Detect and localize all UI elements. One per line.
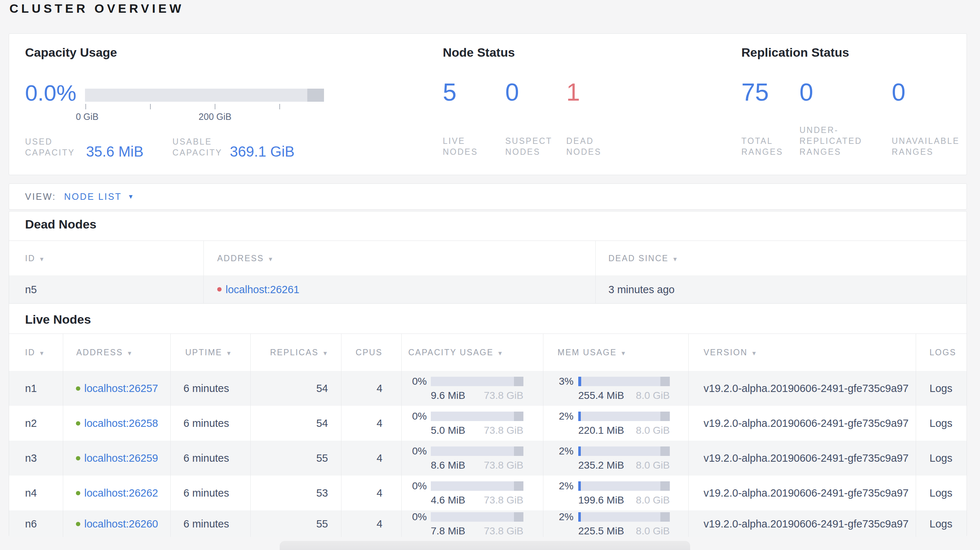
column-label: VERSION: [703, 348, 748, 357]
usage-bar-fill: [578, 377, 581, 386]
live-col-cpus: CPUS: [341, 348, 382, 358]
usage-values: 7.8 MiB73.8 GiB: [431, 525, 523, 537]
node-address-link[interactable]: localhost:26261: [226, 283, 299, 295]
node-version: v19.2.0-alpha.20190606-2491-gfe735c9a97: [703, 518, 908, 530]
live-col-uptime[interactable]: UPTIME▼: [185, 348, 232, 358]
column-label: MEM USAGE: [558, 348, 617, 357]
node-id: n3: [25, 452, 37, 464]
column-label: ADDRESS: [76, 348, 123, 357]
usage-values: 4.6 MiB73.8 GiB: [431, 494, 523, 506]
node-address-link[interactable]: localhost:26259: [84, 452, 158, 464]
replication-status-title: Replication Status: [741, 45, 849, 60]
node-cpus: 4: [341, 417, 382, 429]
capacity-usage-cell: 0%9.6 MiB73.8 GiB: [401, 377, 539, 400]
used-capacity-stat: USED CAPACITY 35.6 MiB: [25, 136, 143, 158]
under-replicated-ranges-count: 0: [799, 79, 813, 104]
usage-used-value: 5.0 MiB: [431, 424, 465, 436]
sort-triangle-icon: ▼: [322, 350, 328, 356]
column-divider: [170, 334, 171, 537]
total-ranges-label: TOTAL RANGES: [741, 135, 796, 157]
node-replicas: 55: [250, 518, 328, 530]
sort-triangle-icon: ▼: [226, 350, 232, 356]
usage-used-value: 8.6 MiB: [431, 459, 465, 471]
dead-col-dead-since[interactable]: DEAD SINCE▼: [608, 253, 678, 263]
node-replicas: 54: [250, 383, 328, 394]
node-replicas: 53: [250, 487, 328, 499]
node-logs-link[interactable]: Logs: [929, 452, 952, 464]
column-label: ID: [25, 253, 35, 263]
dead-since-value: 3 minutes ago: [608, 283, 675, 295]
column-label: UPTIME: [185, 348, 222, 357]
usage-used-value: 7.8 MiB: [431, 525, 465, 537]
chevron-down-icon[interactable]: ▼: [127, 193, 134, 200]
usage-percent-label: 2%: [543, 410, 574, 422]
live-col-version[interactable]: VERSION▼: [703, 348, 757, 358]
live-col-replicas[interactable]: REPLICAS▼: [250, 348, 328, 358]
live-nodes-rows: n1localhost:262576 minutes5440%9.6 MiB73…: [9, 371, 967, 537]
node-address-link[interactable]: localhost:26257: [84, 383, 158, 394]
live-col-id[interactable]: ID▼: [25, 348, 45, 358]
usage-values: 199.6 MiB8.0 GiB: [578, 494, 670, 506]
usage-bar: [578, 412, 670, 421]
capacity-usage-bar: [85, 89, 324, 102]
sort-triangle-icon: ▼: [268, 256, 274, 262]
node-logs-link[interactable]: Logs: [929, 383, 952, 394]
dead-nodes-table-header: ID▼ ADDRESS▼ DEAD SINCE▼: [9, 241, 967, 275]
node-cpus: 4: [341, 383, 382, 394]
node-id: n5: [25, 283, 37, 295]
column-label: DEAD SINCE: [608, 253, 669, 263]
unavailable-ranges-count: 0: [892, 79, 905, 104]
scroll-shadow: [280, 541, 690, 550]
capacity-usage-cell: 0%8.6 MiB73.8 GiB: [401, 447, 539, 470]
live-col-mem-usage[interactable]: MEM USAGE▼: [558, 348, 626, 358]
usage-bar-fill: [578, 447, 581, 456]
capacity-bar-axis: 0 GiB 200 GiB: [85, 104, 324, 124]
usable-capacity-label: USABLE CAPACITY: [173, 136, 227, 158]
live-col-capacity-usage[interactable]: CAPACITY USAGE▼: [408, 348, 503, 358]
cluster-summary-card: Capacity Usage 0.0% 0 GiB 200 GiB USED C…: [9, 33, 967, 175]
page-title: CLUSTER OVERVIEW: [10, 2, 184, 16]
live-node-row: n3localhost:262596 minutes5540%8.6 MiB73…: [9, 441, 967, 475]
dead-nodes-heading: Dead Nodes: [25, 217, 97, 231]
live-col-address[interactable]: ADDRESS▼: [76, 348, 132, 358]
node-address-link[interactable]: localhost:26262: [84, 487, 158, 499]
view-selector[interactable]: VIEW: NODE LIST ▼: [25, 184, 134, 209]
node-logs-link[interactable]: Logs: [929, 487, 952, 499]
usage-values: 225.5 MiB8.0 GiB: [578, 525, 670, 537]
suspect-nodes-count: 0: [505, 79, 519, 104]
sort-triangle-icon: ▼: [751, 350, 757, 356]
axis-tick: [150, 104, 151, 109]
node-address-link[interactable]: localhost:26258: [84, 417, 158, 429]
node-uptime: 6 minutes: [183, 417, 229, 429]
under-replicated-ranges-label: UNDER-REPLICATED RANGES: [799, 125, 876, 157]
usage-bar-reserved-segment: [660, 512, 670, 522]
node-address-link[interactable]: localhost:26260: [84, 518, 158, 530]
usage-total-value: 73.8 GiB: [484, 390, 523, 401]
capacity-usage-cell: 0%5.0 MiB73.8 GiB: [401, 412, 539, 435]
node-uptime: 6 minutes: [183, 487, 229, 499]
dead-col-address[interactable]: ADDRESS▼: [217, 253, 274, 263]
axis-tick-label: 0 GiB: [76, 111, 99, 122]
usage-bar: [578, 447, 670, 456]
dead-nodes-table: ID▼ ADDRESS▼ DEAD SINCE▼ n5 localhost:26…: [9, 240, 967, 304]
dead-col-id[interactable]: ID▼: [25, 253, 45, 263]
usage-values: 9.6 MiB73.8 GiB: [431, 390, 523, 401]
column-label: CAPACITY USAGE: [408, 348, 494, 357]
column-label: LOGS: [929, 348, 956, 357]
node-cpus: 4: [341, 452, 382, 464]
usage-bar: [578, 481, 670, 491]
live-col-logs: LOGS: [929, 348, 956, 358]
node-id: n6: [25, 518, 37, 530]
live-node-dot-icon: [76, 456, 80, 460]
node-logs-link[interactable]: Logs: [929, 518, 952, 530]
usable-capacity-stat: USABLE CAPACITY 369.1 GiB: [173, 136, 294, 158]
usage-used-value: 4.6 MiB: [431, 494, 465, 506]
live-nodes-heading: Live Nodes: [25, 312, 91, 327]
dead-node-dot-icon: [217, 287, 221, 292]
usage-percent-label: 0%: [401, 445, 427, 457]
node-logs-link[interactable]: Logs: [929, 417, 952, 429]
usage-total-value: 73.8 GiB: [484, 525, 523, 537]
view-dropdown-value[interactable]: NODE LIST: [64, 191, 122, 202]
sort-triangle-icon: ▼: [497, 350, 503, 356]
mem-usage-cell: 3%255.4 MiB8.0 GiB: [543, 377, 681, 400]
